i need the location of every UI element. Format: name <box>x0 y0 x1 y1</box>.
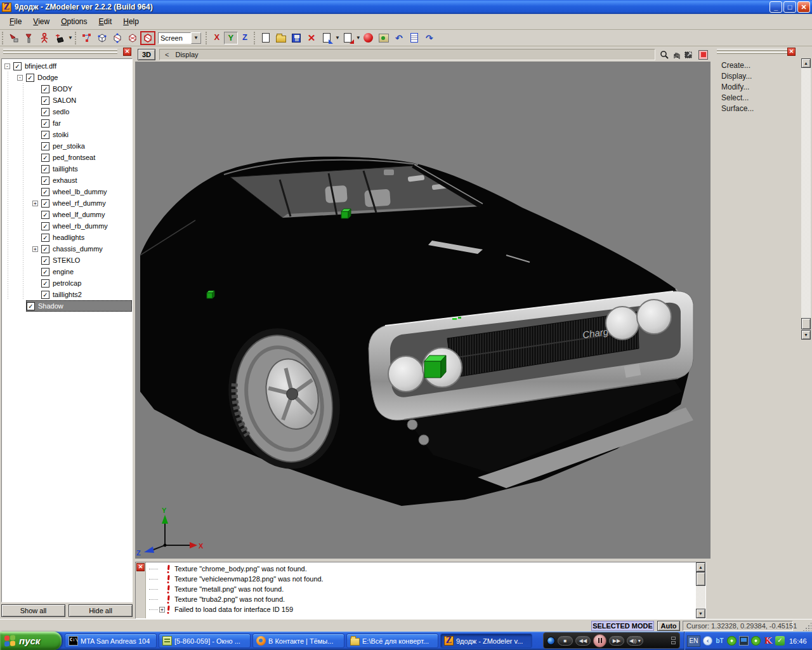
tree-item[interactable]: ✓ taillights <box>2 163 132 175</box>
tree-item[interactable]: + ✓ wheel_rf_dummy <box>2 197 132 209</box>
render-sphere-icon[interactable] <box>361 31 376 45</box>
previous-track-button[interactable]: ◀◀ <box>575 636 591 646</box>
volume-button[interactable]: ◀)) ▾ <box>627 636 643 646</box>
menu-item[interactable]: Help <box>117 15 145 28</box>
objects-mode-icon[interactable] <box>140 31 155 45</box>
log-message[interactable]: Texture "chrome_body.png" was not found. <box>147 564 695 574</box>
tree-item[interactable]: ✓ BODY <box>2 83 132 95</box>
taskbar-task-button[interactable]: [5-860-059] - Окно ... <box>159 633 251 648</box>
dummy-helper-headlight[interactable] <box>424 355 446 378</box>
log-view-icon[interactable] <box>407 31 422 45</box>
view-mode-value[interactable]: Screen <box>158 32 191 44</box>
media-player-icon[interactable] <box>547 637 555 645</box>
log-message[interactable]: Texture "truba2.png" was not found. <box>147 594 695 604</box>
axis-z-button[interactable]: Z <box>238 32 252 44</box>
visibility-checkbox[interactable]: ✓ <box>41 211 49 219</box>
tree-item[interactable]: ✓ ped_frontseat <box>2 152 132 163</box>
toolbar-grip[interactable] <box>206 32 208 44</box>
title-bar[interactable]: Z 9додж - ZModeler ver 2.2.2 (Build 964)… <box>0 0 812 14</box>
polygons-mode-icon[interactable] <box>125 31 140 45</box>
scroll-down-icon[interactable]: ▼ <box>801 330 811 340</box>
tree-item[interactable]: ✓ petrolcap <box>2 277 132 289</box>
visibility-checkbox[interactable]: ✓ <box>41 119 49 128</box>
tree-expander-icon[interactable]: + <box>32 246 38 252</box>
update-check-icon[interactable]: ✓ <box>775 636 785 646</box>
visibility-checkbox[interactable]: ✓ <box>41 256 49 265</box>
combo-dropdown-icon[interactable]: ▼ <box>191 32 201 44</box>
visibility-checkbox[interactable]: ✓ <box>41 96 49 105</box>
taskbar-task-button[interactable]: В Контакте | Тёмы... <box>252 633 344 648</box>
scroll-down-icon[interactable]: ▼ <box>696 609 705 618</box>
visibility-checkbox[interactable]: ✓ <box>26 74 34 82</box>
next-track-button[interactable]: ▶▶ <box>609 636 624 646</box>
viewport-active-indicator[interactable] <box>698 50 708 60</box>
kaspersky-icon[interactable]: K <box>763 636 773 646</box>
menu-item[interactable]: View <box>27 15 55 28</box>
network-connection-icon[interactable] <box>739 636 749 646</box>
maximize-button[interactable]: □ <box>783 1 796 13</box>
menu-item[interactable]: File <box>4 15 27 28</box>
tree-item[interactable]: ✓ far <box>2 117 132 129</box>
back-arrow[interactable]: < <box>165 51 169 58</box>
tree-item[interactable]: + ✓ chassis_dummy <box>2 243 132 255</box>
viewport-3d[interactable]: Charger <box>135 62 710 559</box>
maximize-viewport-icon[interactable] <box>683 50 694 60</box>
scroll-thumb[interactable] <box>696 572 705 586</box>
edges-mode-icon[interactable] <box>95 31 110 45</box>
icq-flower-icon[interactable] <box>751 636 761 646</box>
redo-icon[interactable]: ↷ <box>422 31 437 45</box>
zoom-icon[interactable] <box>659 50 670 60</box>
tool-dropdown-arrow[interactable]: ▼ <box>68 35 73 41</box>
show-all-button[interactable]: Show all <box>1 604 65 617</box>
tree-item[interactable]: ✓ wheel_rb_dummy <box>2 220 132 232</box>
command-menu-item[interactable]: Modify... <box>721 82 798 93</box>
delete-icon[interactable]: ✕ <box>304 31 319 45</box>
visibility-checkbox[interactable]: ✓ <box>41 222 49 230</box>
command-menu-item[interactable]: Surface... <box>721 103 798 114</box>
undo-icon[interactable]: ↶ <box>391 31 407 45</box>
tree-item[interactable]: ✓ engine <box>2 266 132 277</box>
pan-hand-icon[interactable] <box>671 50 682 60</box>
visibility-checkbox[interactable]: ✓ <box>41 188 49 196</box>
visibility-checkbox[interactable]: ✓ <box>41 176 49 185</box>
tree-item[interactable]: ✓ exhaust <box>2 175 132 186</box>
tree-expander-icon[interactable]: + <box>32 201 38 206</box>
tree-item[interactable]: ✓ Shadow <box>2 300 132 312</box>
visibility-checkbox[interactable]: ✓ <box>41 279 49 288</box>
material-editor-icon[interactable] <box>376 31 391 45</box>
deskband-expand-icon[interactable] <box>671 637 676 644</box>
visibility-checkbox[interactable]: ✓ <box>41 154 49 162</box>
visibility-checkbox[interactable]: ✓ <box>41 245 49 253</box>
tree-item[interactable]: ✓ headlights <box>2 232 132 243</box>
tree-item[interactable]: ✓ SALON <box>2 95 132 106</box>
viewport-mode-button[interactable]: 3D <box>138 49 155 60</box>
visibility-checkbox[interactable]: ✓ <box>41 291 49 299</box>
panel-grip[interactable] <box>717 49 792 55</box>
select-tool-icon[interactable] <box>6 31 22 45</box>
import-icon[interactable] <box>340 31 355 45</box>
export-icon[interactable] <box>319 31 334 45</box>
collapse-chevron-icon[interactable]: ‹ <box>703 636 712 646</box>
taskbar-clock[interactable]: 16:46 <box>789 637 807 645</box>
taskbar-task-button[interactable]: MTA San Andreas 104 <box>65 633 157 648</box>
panel-scrollbar[interactable]: ▲ ▼ <box>801 58 811 340</box>
log-expander-icon[interactable]: + <box>159 607 165 613</box>
pause-button[interactable] <box>593 634 606 647</box>
tree-item[interactable]: ✓ wheel_lb_dummy <box>2 186 132 197</box>
dummy-helper-dash[interactable] <box>341 209 351 218</box>
tree-item[interactable]: - ✓ Dodge <box>2 72 132 83</box>
close-button[interactable]: ✕ <box>797 1 810 13</box>
close-log-icon[interactable]: ✕ <box>136 563 145 571</box>
model-3d-car[interactable]: Charger <box>135 62 710 559</box>
command-menu-item[interactable]: Select... <box>721 93 798 103</box>
viewport-view-selector[interactable]: <Display <box>159 49 655 60</box>
visibility-checkbox[interactable]: ✓ <box>41 108 49 116</box>
bones-tool-icon[interactable] <box>37 31 52 45</box>
save-file-icon[interactable] <box>289 31 304 45</box>
icq-flower-icon[interactable] <box>727 636 737 646</box>
close-panel-icon[interactable]: ✕ <box>123 48 131 56</box>
scroll-up-icon[interactable]: ▲ <box>801 58 811 68</box>
stop-button[interactable]: ■ <box>558 636 573 646</box>
log-message[interactable]: + Failed to load data for interface ID 1… <box>147 604 695 614</box>
tree-item[interactable]: - ✓ bfinject.dff <box>2 60 132 72</box>
